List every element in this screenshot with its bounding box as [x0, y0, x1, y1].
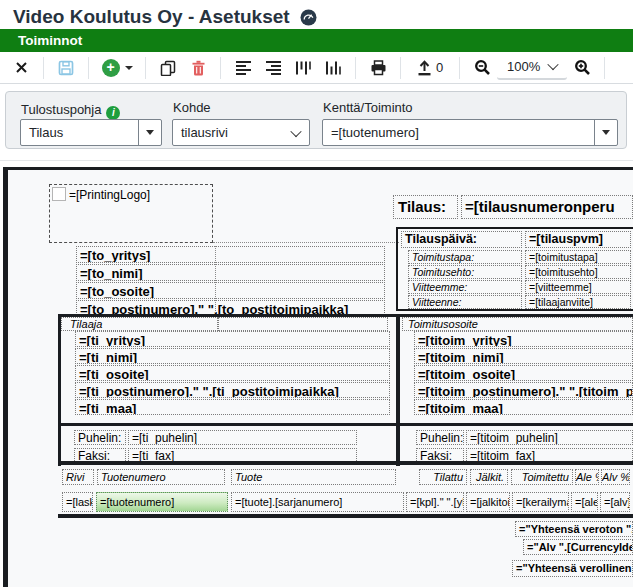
toolbar-separator [400, 57, 401, 79]
save-button[interactable] [53, 55, 79, 81]
zoom-level: 100% [507, 59, 540, 74]
phone-field[interactable]: =[ti_puhelin] [128, 430, 357, 445]
field-select[interactable]: =[tuotenumero] [322, 119, 618, 146]
chevron-down-icon [548, 59, 559, 70]
row-field[interactable]: =[kpl]." ".[yks [406, 492, 464, 512]
logo-field-box[interactable]: =[PrintingLogo] [49, 184, 213, 243]
order-number-field[interactable]: =[tilausnumeronperu [461, 195, 633, 219]
row-field[interactable]: =[laski [62, 492, 93, 512]
print-button[interactable] [365, 55, 391, 81]
table-border-top [58, 461, 633, 465]
column-header[interactable]: Alv % [601, 469, 630, 485]
divider [0, 160, 633, 161]
copy-button[interactable] [155, 55, 181, 81]
info-value[interactable]: =[tilauspvm] [525, 231, 631, 248]
grid-cell[interactable] [218, 317, 388, 331]
add-button[interactable]: + [98, 55, 136, 81]
column-header[interactable]: Rivi [62, 469, 94, 485]
column-header[interactable]: Tuotenumero [97, 469, 225, 485]
orderer-field[interactable]: =[ti_nimi] [75, 348, 390, 364]
row-field[interactable]: =[kerailymaa [512, 492, 569, 512]
info-label[interactable]: Toimitusehto: [408, 265, 522, 279]
menubar: Toiminnot [0, 29, 633, 52]
delivery-field[interactable]: =[titoim_nimi] [414, 348, 633, 364]
close-button[interactable] [8, 55, 34, 81]
dropdown-button[interactable] [138, 120, 161, 145]
info-label[interactable]: Viitteenne: [408, 295, 522, 309]
delete-button[interactable] [185, 55, 211, 81]
template-value: Tilaus [21, 125, 138, 140]
row-field[interactable]: =[ale] [571, 492, 598, 512]
orderer-header[interactable]: Tilaaja [61, 317, 218, 331]
delivery-field[interactable]: =[titoim_osoite] [414, 365, 633, 381]
grid-line [215, 246, 216, 317]
align-top-button[interactable] [290, 55, 316, 81]
resize-handle[interactable] [52, 187, 66, 201]
delivery-field[interactable]: =[titoim_yritys] [414, 331, 633, 347]
column-header[interactable]: Tilattu [419, 469, 467, 485]
section-border [396, 314, 400, 466]
target-label: Kohde [173, 100, 211, 115]
info-icon[interactable]: i [106, 106, 120, 120]
row-field[interactable]: =[jalkitoim [466, 492, 510, 512]
orderer-field[interactable]: =[ti_yritys] [75, 331, 390, 347]
recipient-field[interactable]: =[to_yritys] [76, 246, 385, 263]
orderer-field[interactable]: =[ti_postinumero]." ".[ti_postitoimipaik… [75, 382, 390, 398]
plus-icon: + [102, 59, 120, 77]
field-value: =[tuotenumero] [323, 125, 594, 140]
orderer-field[interactable]: =[ti_osoite] [75, 365, 390, 381]
phone-field[interactable]: =[titoim_puhelin] [466, 430, 633, 445]
column-header[interactable]: Toimitettu [511, 469, 573, 485]
table-border-bottom [58, 514, 633, 518]
zoom-level-select[interactable]: 100% [497, 56, 567, 80]
field-label: Kenttä/Toiminto [323, 100, 413, 115]
menu-toiminnot[interactable]: Toiminnot [0, 33, 100, 48]
phone-label[interactable]: Puhelin: [416, 430, 464, 445]
info-value[interactable]: =[toimitusehto] [525, 265, 631, 279]
delivery-field[interactable]: =[titoim_maa] [414, 399, 633, 415]
logo-field: =[PrintingLogo] [69, 188, 150, 202]
info-label[interactable]: Toimitustapa: [408, 250, 522, 264]
chevron-down-icon [283, 129, 309, 137]
dropdown-button[interactable] [594, 120, 617, 145]
toolbar: + [0, 52, 633, 84]
order-label-box[interactable]: Tilaus: [393, 195, 458, 219]
column-header[interactable]: Tuote [231, 469, 396, 485]
gauge-icon[interactable] [296, 4, 322, 30]
align-left-button[interactable] [230, 55, 256, 81]
upload-button[interactable]: 0 [410, 55, 450, 81]
info-value[interactable]: =[viitteemme] [525, 280, 631, 294]
target-select[interactable]: tilausrivi [172, 119, 310, 146]
recipient-field[interactable]: =[to_nimi] [76, 264, 385, 281]
toolbar-separator [43, 57, 44, 79]
row-field[interactable]: =[alv] [600, 492, 630, 512]
info-label[interactable]: Tilauspäivä: [401, 231, 522, 248]
section-border [58, 314, 61, 466]
total-field[interactable]: ="Yhteensä veroton ".[C [515, 521, 633, 537]
toolbar-separator [604, 57, 605, 79]
zoom-out-button[interactable] [469, 55, 495, 81]
phone-label[interactable]: Puhelin: [74, 430, 126, 445]
section-border [58, 423, 633, 426]
align-bottom-button[interactable] [320, 55, 346, 81]
column-header[interactable]: Jälkit. [470, 469, 508, 485]
zoom-in-button[interactable] [569, 55, 595, 81]
row-field-selected[interactable]: =[tuotenumero] [96, 492, 228, 512]
caret-down-icon [602, 130, 610, 135]
upload-count: 0 [436, 60, 443, 75]
template-select[interactable]: Tilaus [20, 119, 162, 146]
recipient-field[interactable]: =[to_osoite] [76, 282, 385, 299]
total-field[interactable]: ="Yhteensä verollinen ". [512, 560, 633, 577]
align-right-button[interactable] [260, 55, 286, 81]
orderer-field[interactable]: =[ti_maa] [75, 399, 390, 415]
info-label[interactable]: Viitteemme: [408, 280, 522, 294]
column-header[interactable]: Ale % [575, 469, 599, 485]
delivery-field[interactable]: =[titoim_postinumero]." ".[titoim_post [414, 382, 633, 398]
info-value[interactable]: =[toimitustapa] [525, 250, 631, 264]
total-field[interactable]: ="Alv ".[CurrencyIdenti [523, 539, 633, 555]
info-value[interactable]: =[tilaajanviite] [525, 295, 631, 309]
toolbar-separator [88, 57, 89, 79]
toolbar-separator [459, 57, 460, 79]
delivery-header[interactable]: Toimitusosoite [402, 317, 633, 331]
row-field[interactable]: =[tuote].[sarjanumero] [231, 492, 404, 512]
